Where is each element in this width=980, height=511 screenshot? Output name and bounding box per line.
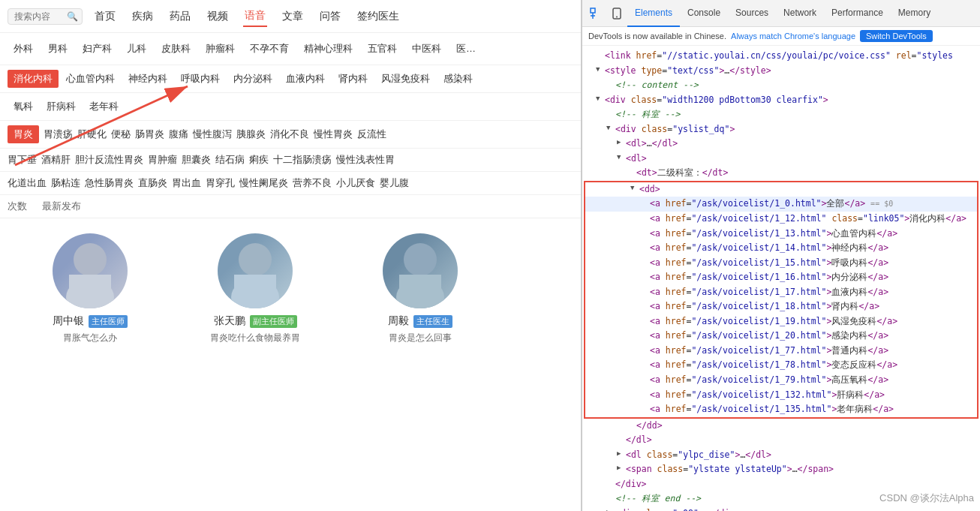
cat-pediatrics[interactable]: 儿科 [121, 39, 152, 59]
doctor-card-1[interactable]: 周中银 主任医师 胃胀气怎么办 [8, 226, 173, 352]
tag-adhesion[interactable]: 肠粘连 [51, 176, 80, 190]
banner-link[interactable]: Always match Chrome's language [731, 32, 855, 41]
tag-alcoholic-liver[interactable]: 酒精肝 [41, 153, 71, 167]
cat-infertility[interactable]: 不孕不育 [244, 39, 295, 59]
cat-surgery[interactable]: 外科 [8, 39, 39, 59]
tag-anorexia[interactable]: 小儿厌食 [336, 176, 375, 190]
tree-line-a-hema[interactable]: <a href="/ask/voicelist/1_17.html">血液内科<… [585, 285, 977, 300]
devtools-tab-console[interactable]: Console [680, 0, 728, 27]
tag-bile-reflux[interactable]: 胆汁反流性胃炎 [75, 153, 143, 167]
doctor-card-2[interactable]: 张天鹏 副主任医师 胃炎吃什么食物最养胃 [173, 226, 338, 352]
triangle-icon[interactable] [606, 122, 614, 134]
tree-line-span-ylstate[interactable]: <span class="ylstate ylstateUp">…</span> [582, 462, 980, 477]
tree-line-a-nephro[interactable]: <a href="/ask/voicelist/1_18.html">肾内科</… [585, 299, 977, 314]
nav-medicine[interactable]: 药品 [168, 7, 192, 26]
nav-home[interactable]: 首页 [93, 7, 117, 26]
triangle-icon[interactable] [617, 137, 624, 148]
tag-cholecystitis[interactable]: 胆囊炎 [182, 153, 211, 167]
tree-line-div-v08[interactable]: <div class="v08">…</div> [582, 506, 980, 511]
tree-line-dl-dise[interactable]: <dl class="ylpc_dise">…</dl> [582, 448, 980, 463]
subcat-resp[interactable]: 呼吸内科 [175, 70, 226, 88]
tree-line-a-oxygen[interactable]: <a href="/ask/voicelist/1_79.html">高压氧科<… [585, 373, 977, 388]
cat-ent[interactable]: 五官科 [362, 39, 403, 59]
triangle-icon[interactable] [596, 93, 603, 104]
tree-line-a-gastro[interactable]: <a href="/ask/voicelist/1_12.html" class… [585, 212, 977, 227]
subcat-geriatrics[interactable]: 老年科 [83, 98, 125, 116]
subcat-oxygen[interactable]: 氧科 [8, 98, 39, 116]
tag-superficial-gastritis[interactable]: 慢性浅表性胃 [336, 153, 395, 167]
cat-oncology[interactable]: 肿瘤科 [200, 39, 241, 59]
tag-pancreatitis[interactable]: 胰腺炎 [236, 128, 266, 141]
subcat-liver[interactable]: 肝病科 [41, 98, 82, 116]
triangle-icon[interactable] [596, 64, 603, 75]
tag-chronic-gastritis[interactable]: 慢性胃炎 [314, 128, 353, 141]
tag-ulcer[interactable]: 胃溃疡 [44, 128, 73, 141]
switch-devtools-btn[interactable]: Switch DevTools [860, 30, 933, 42]
triangle-icon[interactable] [630, 182, 638, 194]
triangle-icon[interactable] [606, 506, 614, 511]
tree-line-a-allergy[interactable]: <a href="/ask/voicelist/1_78.html">变态反应科… [585, 358, 977, 373]
nav-qa[interactable]: 问答 [318, 7, 342, 26]
tree-line-div-yslist[interactable]: <div class="yslist_dq"> [582, 122, 980, 137]
sort-latest[interactable]: 最新发布 [42, 200, 81, 213]
tag-gastric-perforation[interactable]: 胃穿孔 [206, 176, 235, 190]
tag-acute-gastroenteritis[interactable]: 急性肠胃炎 [85, 176, 134, 190]
tag-reflux[interactable]: 反流性 [357, 128, 386, 141]
tree-line-div-width[interactable]: <div class="width1200 pdBottom30 clearfi… [582, 93, 980, 108]
devtools-tab-network[interactable]: Network [776, 0, 824, 27]
tag-indigestion[interactable]: 消化不良 [270, 128, 309, 141]
cat-tcm[interactable]: 中医科 [406, 39, 447, 59]
tag-gastroptosis[interactable]: 胃下垂 [8, 153, 37, 167]
devtools-tab-performance[interactable]: Performance [824, 0, 891, 27]
tree-line-a-all[interactable]: <a href="/ask/voicelist/1_0.html">全部</a>… [585, 197, 977, 212]
search-input[interactable] [14, 11, 67, 22]
tree-line-style[interactable]: <style type="text/css">…</style> [582, 64, 980, 79]
cat-more[interactable]: 医… [450, 39, 482, 59]
nav-article[interactable]: 文章 [281, 7, 305, 26]
tag-chronic-diarrhea[interactable]: 慢性腹泻 [193, 128, 232, 141]
subcat-cardio[interactable]: 心血管内科 [60, 70, 121, 88]
tree-line-a-endo[interactable]: <a href="/ask/voicelist/1_16.html">内分泌科<… [585, 270, 977, 285]
tag-constipation[interactable]: 便秘 [111, 128, 131, 141]
tag-abdominal-pain[interactable]: 腹痛 [169, 128, 188, 141]
subcat-rheum[interactable]: 风湿免疫科 [375, 70, 436, 88]
tag-infant[interactable]: 婴儿腹 [380, 176, 409, 190]
subcat-neuro[interactable]: 神经内科 [122, 70, 173, 88]
subcat-infect[interactable]: 感染科 [437, 70, 479, 88]
tag-stomach-tumor[interactable]: 胃肿瘤 [148, 153, 177, 167]
cat-dermatology[interactable]: 皮肤科 [155, 39, 197, 59]
search-box[interactable]: 🔍 [8, 8, 83, 25]
devtools-tab-elements[interactable]: Elements [627, 0, 680, 27]
triangle-icon[interactable] [617, 462, 624, 473]
tree-line-dl-collapsed[interactable]: <dl>…</dl> [582, 137, 980, 152]
subcat-hema[interactable]: 血液内科 [280, 70, 331, 88]
cat-obgyn[interactable]: 妇产科 [77, 39, 118, 59]
tag-dysentery[interactable]: 痢疾 [249, 153, 269, 167]
tree-line-a-internal[interactable]: <a href="/ask/voicelist/1_77.html">普通内科<… [585, 344, 977, 359]
html-tree[interactable]: <link href="//static.youlai.cn/css/youla… [582, 46, 980, 511]
tag-proctitis[interactable]: 直肠炎 [138, 176, 167, 190]
tree-line-dd-open[interactable]: <dd> [585, 182, 977, 197]
devtools-tab-sources[interactable]: Sources [728, 0, 776, 27]
tag-gi-bleeding[interactable]: 化道出血 [8, 176, 47, 190]
tree-line-a-liver[interactable]: <a href="/ask/voicelist/1_132.html">肝病科<… [585, 388, 977, 403]
triangle-icon[interactable] [617, 152, 624, 163]
tree-line-a-infect[interactable]: <a href="/ask/voicelist/1_20.html">感染内科<… [585, 329, 977, 344]
tag-enteritis[interactable]: 肠胃炎 [135, 128, 164, 141]
tree-line-dl-expanded[interactable]: <dl> [582, 152, 980, 167]
tree-line-a-rheum[interactable]: <a href="/ask/voicelist/1_19.html">风湿免疫科… [585, 314, 977, 329]
tree-line-a-resp[interactable]: <a href="/ask/voicelist/1_15.html">呼吸内科<… [585, 256, 977, 271]
subcat-nephro[interactable]: 肾内科 [332, 70, 374, 88]
subcat-endo[interactable]: 内分泌科 [227, 70, 278, 88]
tag-gastritis[interactable]: 胃炎 [8, 125, 39, 143]
tag-cirrhosis[interactable]: 肝硬化 [77, 128, 107, 141]
nav-doctor[interactable]: 签约医生 [356, 7, 401, 26]
tag-duodenal[interactable]: 十二指肠溃疡 [273, 153, 332, 167]
tag-malnutrition[interactable]: 营养不良 [293, 176, 332, 190]
triangle-icon[interactable] [617, 448, 624, 459]
nav-disease[interactable]: 疾病 [131, 7, 155, 26]
tag-calculi[interactable]: 结石病 [215, 153, 245, 167]
tree-line-a-geriatrics[interactable]: <a href="/ask/voicelist/1_135.html">老年病科… [585, 402, 977, 417]
cat-male[interactable]: 男科 [42, 39, 74, 59]
tag-stomach-bleeding[interactable]: 胃出血 [172, 176, 201, 190]
